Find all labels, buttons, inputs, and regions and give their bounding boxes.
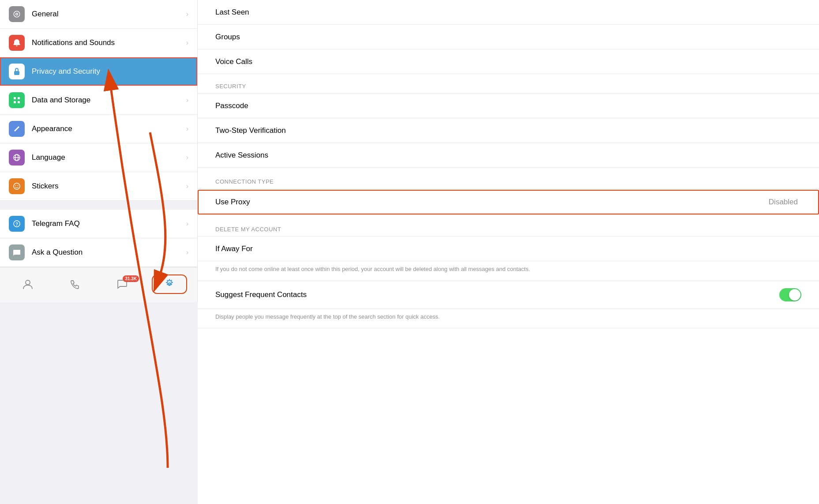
chevron-icon: › (186, 248, 188, 256)
groups-label: Groups (215, 33, 801, 41)
settings-row-use-proxy[interactable]: Use Proxy Disabled (198, 190, 819, 214)
use-proxy-wrapper: Use Proxy Disabled (198, 190, 819, 214)
language-icon (9, 150, 25, 165)
active-sessions-label: Active Sessions (215, 151, 801, 160)
svg-point-10 (18, 185, 19, 186)
sidebar-item-faq-label: Telegram FAQ (32, 219, 186, 228)
profile-tab-icon (22, 278, 34, 290)
chevron-icon: › (186, 154, 188, 162)
chevron-icon: › (186, 96, 188, 104)
settings-row-active-sessions[interactable]: Active Sessions (198, 143, 819, 168)
settings-row-passcode[interactable]: Passcode (198, 94, 819, 118)
suggest-contacts-toggle[interactable] (779, 288, 801, 301)
chevron-icon: › (186, 220, 188, 228)
sidebar-spacer (0, 201, 197, 210)
settings-row-voice-calls[interactable]: Voice Calls (198, 49, 819, 74)
sidebar-item-appearance[interactable]: Appearance › (0, 115, 197, 143)
sidebar-item-data[interactable]: Data and Storage › (0, 86, 197, 115)
sidebar-item-notifications-label: Notifications and Sounds (32, 38, 186, 47)
two-step-label: Two-Step Verification (215, 126, 801, 135)
sidebar-item-stickers-label: Stickers (32, 182, 186, 191)
last-seen-label: Last Seen (215, 8, 801, 17)
sidebar-item-general-label: General (32, 10, 186, 19)
passcode-label: Passcode (215, 102, 801, 110)
sidebar-item-appearance-label: Appearance (32, 124, 186, 133)
main-content: Last Seen Groups Voice Calls SECURITY Pa… (198, 0, 819, 504)
stickers-icon (9, 178, 25, 194)
delete-account-section-header: DELETE MY ACCOUNT (198, 215, 819, 237)
settings-row-suggest-contacts[interactable]: Suggest Frequent Contacts (198, 281, 819, 309)
sidebar-item-stickers[interactable]: Stickers › (0, 172, 197, 201)
chevron-icon: › (186, 10, 188, 18)
sidebar-item-language-label: Language (32, 153, 186, 162)
sidebar-item-privacy[interactable]: Privacy and Security (0, 57, 197, 86)
appearance-icon (9, 121, 25, 137)
svg-rect-4 (18, 101, 20, 103)
svg-point-13 (26, 280, 30, 285)
settings-list: Last Seen Groups Voice Calls SECURITY Pa… (198, 0, 819, 504)
tab-settings[interactable] (152, 275, 187, 294)
chats-badge: 31.3K (123, 275, 139, 282)
use-proxy-label: Use Proxy (215, 198, 769, 207)
sidebar-item-data-label: Data and Storage (32, 96, 186, 105)
suggest-contacts-label: Suggest Frequent Contacts (215, 290, 779, 299)
sidebar-menu: General › Notifications and Sounds › (0, 0, 197, 267)
away-description: If you do not come online at least once … (198, 261, 819, 281)
bottom-tabs: 31.3K (0, 267, 197, 302)
tab-profile[interactable] (10, 278, 45, 290)
settings-row-two-step[interactable]: Two-Step Verification (198, 118, 819, 143)
svg-rect-3 (14, 101, 16, 103)
connection-type-section-header: CONNECTION TYPE (198, 168, 819, 189)
calls-tab-icon (69, 278, 81, 290)
sidebar-item-general[interactable]: General › (0, 0, 197, 29)
general-icon (9, 6, 25, 22)
svg-point-9 (15, 185, 16, 186)
tab-chats[interactable]: 31.3K (105, 278, 140, 290)
if-away-label: If Away For (215, 244, 801, 253)
sidebar-item-language[interactable]: Language › (0, 143, 197, 172)
security-section-header: SECURITY (198, 74, 819, 94)
tab-calls[interactable] (57, 278, 93, 290)
chevron-icon: › (186, 39, 188, 47)
sidebar-item-ask[interactable]: Ask a Question › (0, 238, 197, 267)
svg-point-8 (14, 183, 20, 189)
settings-row-last-seen[interactable]: Last Seen (198, 0, 819, 25)
notifications-icon (9, 35, 25, 51)
svg-rect-1 (14, 97, 16, 99)
svg-rect-0 (14, 71, 19, 75)
svg-rect-2 (18, 97, 20, 99)
suggest-contacts-description: Display people you message frequently at… (198, 309, 819, 329)
use-proxy-value: Disabled (769, 198, 798, 207)
data-icon (9, 92, 25, 108)
settings-row-if-away[interactable]: If Away For (198, 237, 819, 261)
faq-icon: ? (9, 216, 25, 232)
chevron-icon: › (186, 125, 188, 133)
chevron-icon: › (186, 182, 188, 190)
settings-row-groups[interactable]: Groups (198, 25, 819, 49)
voice-calls-label: Voice Calls (215, 57, 801, 66)
settings-tab-icon (163, 278, 176, 290)
sidebar-item-ask-label: Ask a Question (32, 248, 186, 257)
privacy-icon (9, 64, 25, 79)
sidebar-item-notifications[interactable]: Notifications and Sounds › (0, 29, 197, 57)
sidebar-item-faq[interactable]: ? Telegram FAQ › (0, 210, 197, 238)
ask-icon (9, 244, 25, 260)
sidebar-item-privacy-label: Privacy and Security (32, 67, 188, 76)
svg-text:?: ? (15, 222, 18, 227)
